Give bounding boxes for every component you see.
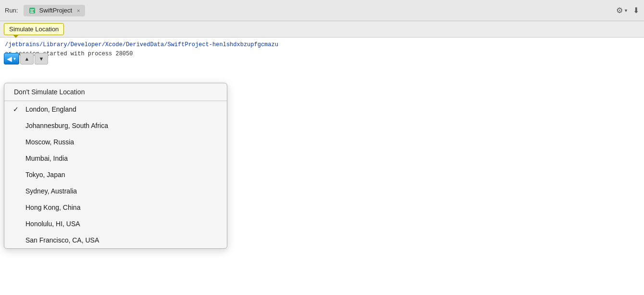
location-item-label-2: Moscow, Russia: [25, 138, 74, 146]
nav-down-icon: ▼: [39, 56, 44, 62]
simulate-location-dropdown: Don't Simulate Location London, EnglandJ…: [4, 83, 227, 249]
svg-rect-3: [30, 12, 34, 13]
tab-name: SwiftProject: [39, 7, 72, 14]
svg-rect-2: [30, 11, 33, 12]
nav-up-button[interactable]: ▲: [20, 53, 34, 64]
toolbar: Run: SwiftProject × ⚙ ▼ ⬇: [0, 0, 644, 21]
download-button[interactable]: ⬇: [633, 6, 639, 15]
location-item-label-8: San Francisco, CA, USA: [25, 236, 99, 244]
location-item-3[interactable]: Mumbai, India: [4, 150, 227, 167]
settings-button[interactable]: ⚙ ▼: [616, 6, 628, 15]
nav-up-icon: ▲: [25, 56, 30, 62]
location-item-label-1: Johannesburg, South Africa: [25, 122, 108, 129]
location-item-label-0: London, England: [25, 105, 76, 113]
nav-down-button[interactable]: ▼: [35, 53, 48, 64]
location-item-7[interactable]: Honolulu, HI, USA: [4, 216, 227, 232]
project-tab[interactable]: SwiftProject ×: [24, 5, 85, 16]
location-arrow-icon: ◀: [7, 55, 12, 63]
location-dropdown-icon: ▼: [13, 57, 17, 61]
download-icon: ⬇: [633, 6, 639, 14]
location-item-4[interactable]: Tokyo, Japan: [4, 167, 227, 183]
simulate-location-label: Simulate Location: [9, 26, 59, 33]
dont-simulate-label: Don't Simulate Location: [14, 88, 85, 96]
location-item-label-7: Honolulu, HI, USA: [25, 220, 80, 228]
console-info-line: or session started with process 28050: [5, 50, 639, 59]
location-item-1[interactable]: Johannesburg, South Africa: [4, 117, 227, 134]
location-items-container: London, EnglandJohannesburg, South Afric…: [4, 101, 227, 248]
location-item-6[interactable]: Hong Kong, China: [4, 199, 227, 216]
gear-dropdown-arrow: ▼: [624, 8, 628, 13]
location-item-5[interactable]: Sydney, Australia: [4, 183, 227, 199]
location-item-label-4: Tokyo, Japan: [25, 171, 65, 179]
location-item-0[interactable]: London, England: [4, 101, 227, 117]
location-btn-inner: ◀ ▼: [7, 55, 17, 63]
location-item-label-6: Hong Kong, China: [25, 204, 80, 211]
location-item-label-5: Sydney, Australia: [25, 187, 77, 195]
console-text-area: /jetbrains/Library/Developer/Xcode/Deriv…: [0, 38, 644, 62]
run-label: Run:: [5, 7, 18, 14]
simulate-location-tooltip[interactable]: Simulate Location: [4, 23, 64, 35]
tab-close-button[interactable]: ×: [77, 8, 80, 13]
location-simulate-button[interactable]: ◀ ▼: [4, 53, 19, 64]
location-item-8[interactable]: San Francisco, CA, USA: [4, 232, 227, 248]
toolbar-right: ⚙ ▼ ⬇: [616, 6, 639, 15]
location-item-label-3: Mumbai, India: [25, 154, 68, 162]
svg-rect-1: [30, 9, 34, 10]
console-bar: Simulate Location ◀ ▼ ▲ ▼: [0, 21, 644, 38]
console-area: Simulate Location ◀ ▼ ▲ ▼ /jetbrains/Lib…: [0, 21, 644, 295]
dont-simulate-item[interactable]: Don't Simulate Location: [4, 83, 227, 101]
console-path-line: /jetbrains/Library/Developer/Xcode/Deriv…: [5, 40, 639, 50]
gear-icon: ⚙: [616, 6, 623, 15]
location-item-2[interactable]: Moscow, Russia: [4, 134, 227, 150]
tab-icon: [28, 7, 36, 14]
